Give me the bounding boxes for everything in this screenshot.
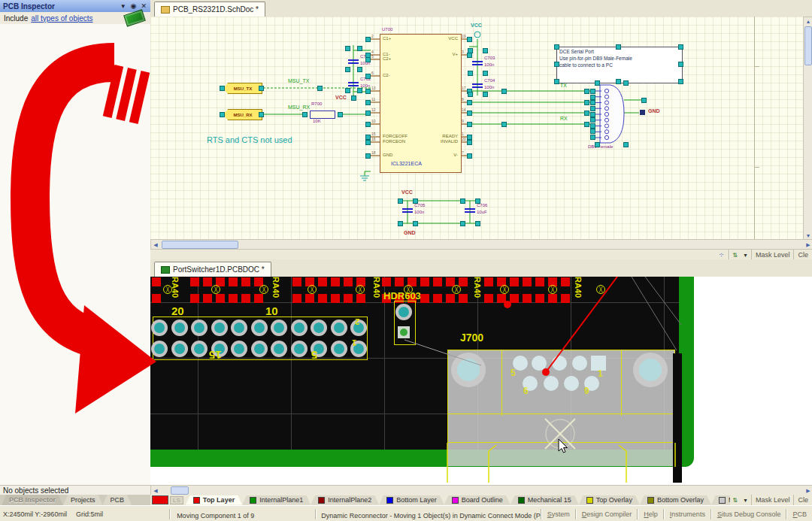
clear-button-sch[interactable]: Cle: [793, 250, 812, 260]
panel-menu-system[interactable]: System: [542, 510, 575, 518]
selection-handle[interactable]: [365, 100, 371, 105]
smd-pad[interactable]: [510, 277, 519, 286]
selection-handle[interactable]: [398, 198, 403, 204]
selection-handle[interactable]: [467, 111, 472, 116]
selection-handle[interactable]: [584, 89, 589, 94]
selection-handle[interactable]: [220, 112, 225, 117]
smd-pad[interactable]: [229, 277, 238, 286]
selection-handle[interactable]: [259, 112, 264, 117]
mask-level-button-sch[interactable]: Mask Level: [751, 250, 794, 260]
selection-handle[interactable]: [351, 95, 356, 101]
selection-handle[interactable]: [623, 80, 629, 86]
smd-pad[interactable]: [292, 277, 301, 286]
selection-handle[interactable]: [475, 221, 480, 226]
smd-pad[interactable]: [523, 294, 532, 303]
smd-pad[interactable]: [433, 277, 442, 286]
pcb-doc-tab[interactable]: PortSwitcher1D.PCBDOC *: [154, 262, 271, 277]
smd-pad[interactable]: [446, 294, 455, 303]
layer-tab-top-overlay[interactable]: Top Overlay: [579, 495, 640, 505]
selection-handle[interactable]: [501, 122, 507, 127]
selection-handle[interactable]: [345, 88, 350, 93]
dropdown-icon[interactable]: ▼: [740, 253, 751, 258]
gnd-power-port[interactable]: [640, 110, 645, 115]
schematic-vscrollbar[interactable]: ▲▼: [803, 17, 812, 241]
selection-handle[interactable]: [365, 74, 371, 79]
smd-pad[interactable]: [190, 277, 199, 286]
selection-handle[interactable]: [467, 153, 472, 159]
selection-handle[interactable]: [460, 221, 465, 226]
capacitor-c706[interactable]: [465, 208, 475, 210]
selection-handle[interactable]: [584, 100, 589, 105]
smd-pad[interactable]: [152, 294, 161, 303]
smd-pad[interactable]: [382, 277, 391, 286]
selection-handle[interactable]: [468, 48, 473, 53]
include-types-link[interactable]: all types of objects: [31, 14, 125, 23]
selection-handle[interactable]: [554, 62, 559, 67]
smd-pad[interactable]: [561, 277, 570, 286]
selection-handle[interactable]: [595, 80, 600, 86]
port-msu_tx[interactable]: MSU_TX: [223, 83, 262, 94]
selection-handle[interactable]: [483, 92, 488, 97]
layer-tab-bottom-layer[interactable]: Bottom Layer: [379, 495, 444, 505]
smd-pad[interactable]: [433, 294, 442, 303]
current-layer-swatch[interactable]: [152, 495, 168, 504]
smd-pad[interactable]: [356, 294, 365, 303]
selection-handle[interactable]: [413, 221, 418, 226]
layer-tab-board-outline[interactable]: Board Outline: [444, 495, 511, 505]
tab-projects[interactable]: Projects: [63, 495, 103, 505]
j700-component[interactable]: 5169: [447, 350, 675, 466]
selection-handle[interactable]: [641, 98, 647, 103]
panel-menu-help[interactable]: Help: [638, 510, 663, 518]
smd-pad[interactable]: [318, 277, 327, 286]
layer-tab-bottom-overlay[interactable]: Bottom Overlay: [640, 495, 711, 505]
selection-handle[interactable]: [460, 198, 465, 204]
panel-menu-situs-debug-console[interactable]: Situs Debug Console: [712, 510, 786, 518]
layer-tab-mechanical-15[interactable]: Mechanical 15: [511, 495, 579, 505]
db9-pad[interactable]: [572, 356, 587, 371]
layer-tab-internalplane2[interactable]: InternalPlane2: [311, 495, 379, 505]
smd-pad[interactable]: [535, 294, 544, 303]
selection-handle[interactable]: [398, 221, 403, 226]
selection-handle[interactable]: [365, 135, 371, 140]
smd-pad[interactable]: [510, 294, 519, 303]
selection-handle[interactable]: [468, 71, 473, 76]
panel-menu-design-compiler[interactable]: Design Compiler: [577, 510, 638, 518]
capacitor-c705[interactable]: [402, 208, 413, 210]
selection-handle[interactable]: [365, 122, 371, 127]
smd-pad[interactable]: [203, 294, 212, 303]
db9-pad[interactable]: [544, 376, 559, 391]
ls-button[interactable]: LS: [170, 496, 183, 504]
port-msu_rx[interactable]: MSU_RX: [223, 109, 262, 120]
selection-handle[interactable]: [590, 106, 595, 111]
selection-handle[interactable]: [483, 48, 488, 53]
selection-handle[interactable]: [338, 112, 343, 117]
selection-handle[interactable]: [584, 122, 589, 127]
tab-pcb-inspector[interactable]: PCB Inspector: [2, 495, 63, 505]
smd-pad[interactable]: [241, 277, 250, 286]
selection-handle[interactable]: [678, 79, 683, 84]
selection-handle[interactable]: [365, 57, 371, 62]
panel-header[interactable]: PCB Inspector ▼ ◉ ✕: [0, 0, 150, 12]
selection-handle[interactable]: [220, 86, 225, 91]
selection-handle[interactable]: [616, 44, 621, 50]
smd-pad[interactable]: [254, 294, 263, 303]
db9-pad[interactable]: [552, 356, 567, 371]
smd-pad[interactable]: [241, 294, 250, 303]
selection-handle[interactable]: [259, 86, 264, 91]
capacitor-c704[interactable]: [472, 83, 483, 85]
selection-handle[interactable]: [590, 100, 595, 105]
smd-pad[interactable]: [344, 294, 353, 303]
tab-pcb[interactable]: PCB: [103, 495, 132, 505]
selection-handle[interactable]: [590, 129, 595, 134]
selection-handle[interactable]: [590, 123, 595, 129]
smd-pad[interactable]: [229, 294, 238, 303]
selection-handle[interactable]: [357, 88, 362, 93]
selection-handle[interactable]: [483, 71, 488, 76]
selection-handle[interactable]: [678, 44, 683, 50]
smd-pad[interactable]: [561, 294, 570, 303]
selection-handle[interactable]: [365, 89, 371, 94]
selection-handle[interactable]: [357, 46, 362, 51]
capacitor-c702[interactable]: [348, 82, 359, 83]
panel-menu-instruments[interactable]: Instruments: [665, 510, 710, 518]
selection-handle[interactable]: [590, 135, 595, 140]
